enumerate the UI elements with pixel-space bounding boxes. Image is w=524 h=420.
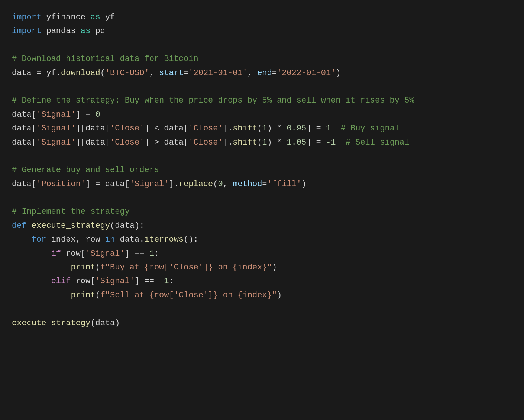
code-line-23: execute_strategy(data) [12, 316, 512, 330]
code-line-5: data = yf.download('BTC-USD', start='202… [12, 66, 512, 80]
code-line-9: data['Signal'][data['Close'] < data['Clo… [12, 122, 512, 135]
code-line-15: # Implement the strategy [12, 205, 512, 219]
code-line-6 [12, 80, 512, 94]
code-line-10: data['Signal'][data['Close'] > data['Clo… [12, 136, 512, 149]
code-line-13: data['Position'] = data['Signal'].replac… [12, 177, 512, 191]
code-line-22 [12, 302, 512, 316]
code-line-7: # Define the strategy: Buy when the pric… [12, 94, 512, 107]
code-line-1: import yfinance as yf [12, 10, 512, 24]
code-line-16: def execute_strategy(data): [12, 219, 512, 233]
code-line-21: print(f"Sell at {row['Close']} on {index… [12, 288, 512, 302]
code-line-12: # Generate buy and sell orders [12, 163, 512, 177]
code-line-18: if row['Signal'] == 1: [12, 247, 512, 261]
code-editor: import yfinance as yf import pandas as p… [0, 0, 524, 420]
code-line-4: # Download historical data for Bitcoin [12, 52, 512, 66]
code-line-14 [12, 191, 512, 205]
code-line-20: elif row['Signal'] == -1: [12, 274, 512, 288]
code-line-2: import pandas as pd [12, 24, 512, 38]
code-line-19: print(f"Buy at {row['Close']} on {index}… [12, 261, 512, 274]
code-line-11 [12, 149, 512, 163]
code-line-17: for index, row in data.iterrows(): [12, 233, 512, 246]
code-line-3 [12, 38, 512, 52]
code-line-8: data['Signal'] = 0 [12, 108, 512, 122]
